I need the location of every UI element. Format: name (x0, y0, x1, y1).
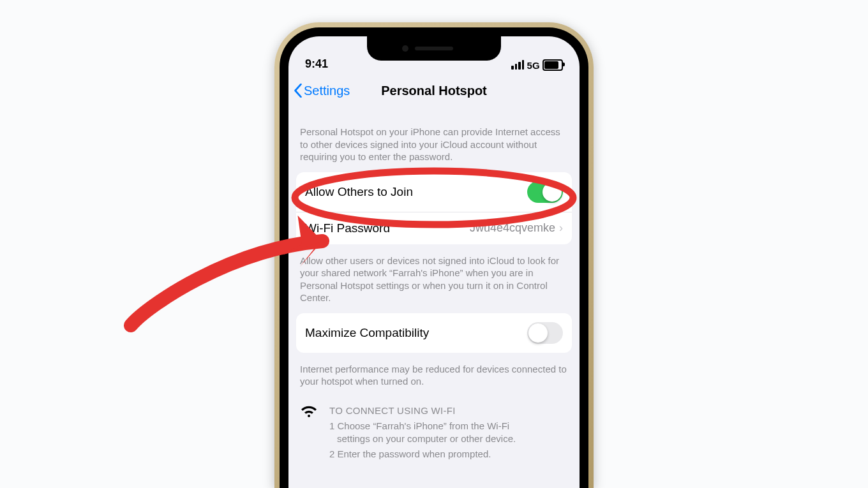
phone-frame: 9:41 5G Settings Personal Hotspot (274, 22, 594, 488)
status-time: 9:41 (305, 57, 328, 71)
battery-icon (542, 59, 563, 71)
allow-others-row[interactable]: Allow Others to Join (296, 172, 572, 212)
allow-others-label: Allow Others to Join (305, 185, 413, 199)
wifi-password-label: Wi-Fi Password (305, 221, 390, 235)
phone-notch (367, 36, 501, 61)
back-button[interactable]: Settings (294, 84, 350, 98)
cellular-signal-icon (511, 60, 524, 71)
maximize-compat-row[interactable]: Maximize Compatibility (296, 313, 572, 353)
allow-others-note: Allow other users or devices not signed … (288, 248, 580, 309)
compat-section: Maximize Compatibility (296, 313, 572, 353)
instructions-step-1b: settings on your computer or other devic… (329, 433, 516, 445)
wifi-password-value: Jwu4e4cqvemke (470, 221, 559, 235)
chevron-right-icon: › (559, 221, 563, 235)
allow-others-toggle[interactable] (527, 181, 563, 203)
instructions-title: TO CONNECT USING WI-FI (329, 404, 516, 417)
nav-bar: Settings Personal Hotspot (288, 75, 580, 107)
instructions-step-2: 2 Enter the password when prompted. (329, 448, 516, 461)
wifi-icon (300, 404, 318, 461)
phone-screen: 9:41 5G Settings Personal Hotspot (288, 36, 580, 488)
instructions-step-1a: 1 Choose “Farrah's iPhone” from the Wi-F… (329, 420, 516, 433)
intro-note: Personal Hotspot on your iPhone can prov… (288, 107, 580, 168)
network-type-label: 5G (527, 60, 540, 71)
hotspot-section: Allow Others to Join Wi-Fi Password Jwu4… (296, 172, 572, 244)
back-label: Settings (304, 84, 350, 98)
maximize-compat-label: Maximize Compatibility (305, 326, 429, 340)
connect-instructions: TO CONNECT USING WI-FI 1 Choose “Farrah'… (288, 393, 580, 461)
compat-note: Internet performance may be reduced for … (288, 357, 580, 393)
wifi-password-row[interactable]: Wi-Fi Password Jwu4e4cqvemke › (296, 212, 572, 244)
maximize-compat-toggle[interactable] (527, 322, 563, 344)
chevron-left-icon (294, 84, 303, 98)
